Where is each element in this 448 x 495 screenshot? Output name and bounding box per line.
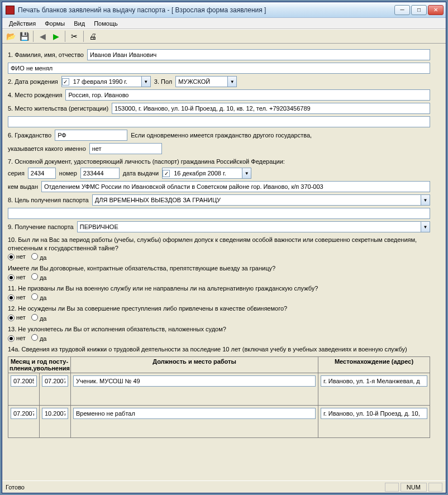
- close-button[interactable]: ✕: [428, 5, 444, 15]
- label-citizenship-b: Если одновременно имеется гражданство др…: [131, 132, 312, 139]
- purpose-select[interactable]: ДЛЯ ВРЕМЕННЫХ ВЫЕЗДОВ ЗА ГРАНИЦУ ▼: [92, 194, 430, 206]
- label-q11: 11. Не призваны ли Вы на военную службу …: [8, 284, 430, 292]
- open-icon[interactable]: 📂: [4, 30, 17, 42]
- app-icon: [6, 6, 15, 15]
- q10b-yes[interactable]: да: [31, 273, 47, 281]
- address-input-2[interactable]: [8, 116, 430, 127]
- label-citizenship: 6. Гражданство: [8, 132, 51, 139]
- q10-no[interactable]: нет: [8, 253, 26, 260]
- label-address: 5. Место жительства (регистрации): [8, 105, 108, 112]
- chevron-down-icon[interactable]: ▼: [227, 77, 236, 87]
- separator: [83, 31, 84, 42]
- job-input[interactable]: [73, 375, 316, 387]
- from-input[interactable]: [11, 375, 37, 387]
- status-ready: Готово: [6, 484, 25, 491]
- menu-actions[interactable]: Действия: [4, 19, 40, 28]
- label-number: номер: [59, 170, 77, 177]
- label-purpose: 8. Цель получения паспорта: [8, 197, 89, 203]
- label-issue-date: дата выдачи: [123, 170, 159, 177]
- chevron-down-icon[interactable]: ▼: [421, 222, 430, 232]
- main-window: Печать бланков заявлений на выдачу паспо…: [2, 2, 446, 493]
- fio-input[interactable]: [87, 49, 430, 60]
- addr-input[interactable]: [321, 408, 427, 419]
- label-q13: 13. Не уклоняетесь ли Вы от исполнения о…: [8, 325, 430, 333]
- work-table: Месяц и год посту-пления,увольнения Долж…: [8, 356, 430, 438]
- q10-yes[interactable]: да: [31, 253, 47, 261]
- label-doc: 7. Основной документ, удостоверяющий лич…: [8, 158, 430, 165]
- sex-select[interactable]: МУЖСКОЙ ▼: [175, 76, 237, 87]
- prev-icon[interactable]: ◀: [36, 30, 49, 42]
- to-input[interactable]: [42, 408, 68, 419]
- number-input[interactable]: [80, 168, 120, 179]
- minimize-button[interactable]: ─: [394, 5, 410, 15]
- q10b-no[interactable]: нет: [8, 274, 26, 281]
- issued-by-input[interactable]: [41, 181, 430, 192]
- titlebar: Печать бланков заявлений на выдачу паспо…: [2, 2, 446, 18]
- other-citizenship-input[interactable]: [89, 143, 162, 154]
- th-dates: Месяц и год посту-пления,увольнения: [8, 357, 71, 373]
- status-cell: [428, 483, 442, 492]
- label-q12: 12. Не осуждены ли Вы за совершение прес…: [8, 304, 430, 312]
- address-input[interactable]: [112, 103, 430, 114]
- q13-no[interactable]: нет: [8, 335, 26, 342]
- label-dob: 2. Дата рождения: [8, 78, 58, 85]
- form-content: 1. Фамилия, имя, отчество 2. Дата рожден…: [2, 44, 446, 480]
- q13-yes[interactable]: да: [31, 334, 47, 342]
- receipt-select[interactable]: ПЕРВИЧНОЕ ▼: [77, 221, 430, 232]
- separator: [65, 31, 65, 42]
- table-row: [8, 406, 430, 438]
- statusbar: Готово NUM: [2, 480, 446, 493]
- q11-yes[interactable]: да: [31, 293, 47, 301]
- q11-no[interactable]: нет: [8, 294, 26, 301]
- dob-checkbox[interactable]: ✓: [62, 78, 69, 85]
- table-row: [8, 373, 430, 406]
- label-issued-by: кем выдан: [8, 183, 38, 190]
- label-receipt: 9. Получение паспорта: [8, 223, 74, 230]
- job-input[interactable]: [73, 408, 316, 419]
- q12-no[interactable]: нет: [8, 314, 26, 321]
- to-input[interactable]: [42, 375, 68, 387]
- menu-view[interactable]: Вид: [69, 19, 89, 28]
- maximize-button[interactable]: □: [411, 5, 427, 15]
- toolbar: 📂 💾 ◀ ▶ ✂ 🖨: [2, 29, 446, 44]
- chevron-down-icon[interactable]: ▼: [242, 168, 251, 178]
- birthplace-input[interactable]: [65, 89, 430, 101]
- menu-forms[interactable]: Формы: [40, 19, 69, 28]
- th-addr: Местонахождение (адрес): [318, 357, 430, 373]
- chevron-down-icon[interactable]: ▼: [141, 77, 150, 87]
- label-q10: 10. Был ли на Вас за период работы (учеб…: [8, 236, 430, 252]
- label-series: серия: [8, 170, 25, 177]
- issue-date-select[interactable]: ✓ 16 декабря 2008 г. ▼: [162, 168, 251, 179]
- status-cell: [385, 483, 399, 492]
- cut-icon[interactable]: ✂: [68, 30, 80, 42]
- addr-input[interactable]: [321, 375, 427, 387]
- citizenship-input[interactable]: [55, 130, 127, 141]
- save-icon[interactable]: 💾: [18, 30, 30, 42]
- label-sex: 3. Пол: [154, 78, 172, 85]
- issue-date-checkbox[interactable]: ✓: [163, 170, 170, 177]
- menu-help[interactable]: Помощь: [89, 19, 122, 28]
- dob-select[interactable]: ✓ 17 февраля 1990 г. ▼: [61, 76, 151, 87]
- separator: [33, 31, 34, 42]
- print-icon[interactable]: 🖨: [87, 30, 99, 42]
- q12-yes[interactable]: да: [31, 314, 47, 322]
- series-input[interactable]: [28, 168, 56, 179]
- menubar: Действия Формы Вид Помощь: [2, 18, 446, 29]
- status-num: NUM: [401, 483, 427, 492]
- label-q14a: 14а. Сведения из трудовой книжки о трудо…: [8, 345, 430, 353]
- next-icon[interactable]: ▶: [50, 30, 62, 42]
- label-citizenship-c: указывается какого именно: [8, 145, 86, 152]
- purpose-extra-input[interactable]: [8, 208, 430, 219]
- label-q10b: Имеете ли Вы договорные, контрактные обя…: [8, 264, 430, 272]
- label-birthplace: 4. Место рождения: [8, 92, 62, 98]
- from-input[interactable]: [11, 408, 37, 419]
- label-fio: 1. Фамилия, имя, отчество: [8, 51, 84, 58]
- fio-unchanged-input[interactable]: [8, 63, 430, 74]
- chevron-down-icon[interactable]: ▼: [421, 195, 430, 205]
- window-title: Печать бланков заявлений на выдачу паспо…: [18, 6, 394, 14]
- th-job: Должность и место работы: [71, 357, 318, 373]
